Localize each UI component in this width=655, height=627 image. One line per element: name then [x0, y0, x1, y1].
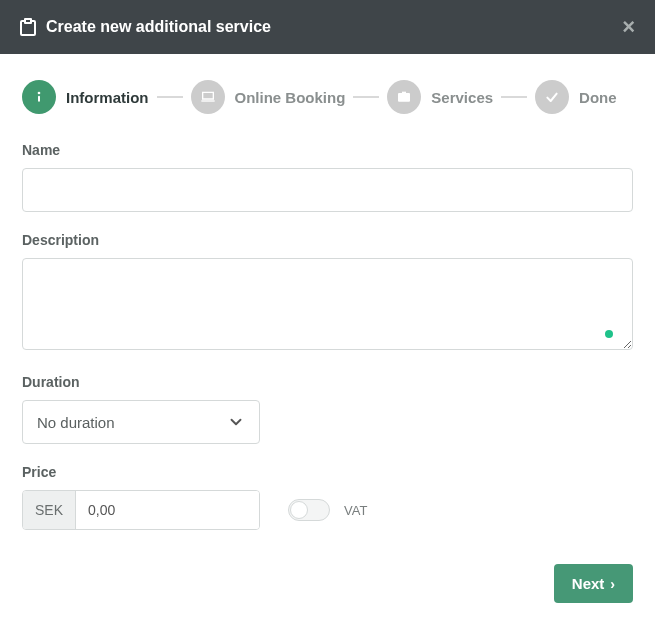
step-label: Online Booking [235, 89, 346, 106]
description-group: Description [22, 232, 633, 354]
chevron-right-icon: › [610, 577, 615, 591]
price-input-group: SEK [22, 490, 260, 530]
step-connector [501, 96, 527, 98]
vat-toggle-wrap: VAT [288, 499, 367, 521]
step-done[interactable]: Done [535, 80, 617, 114]
duration-selected-value: No duration [37, 414, 115, 431]
step-label: Services [431, 89, 493, 106]
chevron-down-icon [227, 413, 245, 431]
price-label: Price [22, 464, 633, 480]
next-button[interactable]: Next › [554, 564, 633, 603]
price-group: Price SEK VAT [22, 464, 633, 530]
step-services[interactable]: Services [387, 80, 493, 114]
step-information[interactable]: Information [22, 80, 149, 114]
name-group: Name [22, 142, 633, 212]
vat-label: VAT [344, 503, 367, 518]
step-online-booking[interactable]: Online Booking [191, 80, 346, 114]
name-input[interactable] [22, 168, 633, 212]
description-input[interactable] [22, 258, 633, 350]
toggle-knob [290, 501, 308, 519]
modal-footer: Next › [22, 564, 633, 603]
currency-addon: SEK [23, 491, 76, 529]
step-label: Information [66, 89, 149, 106]
name-label: Name [22, 142, 633, 158]
info-icon [22, 80, 56, 114]
stepper: Information Online Booking Services Done [22, 80, 633, 114]
description-label: Description [22, 232, 633, 248]
svg-rect-2 [398, 93, 410, 102]
step-connector [157, 96, 183, 98]
duration-group: Duration No duration [22, 374, 633, 444]
modal-body: Information Online Booking Services Done… [0, 54, 655, 625]
modal-header: Create new additional service × [0, 0, 655, 54]
step-connector [353, 96, 379, 98]
close-icon: × [622, 14, 635, 39]
price-input[interactable] [76, 491, 259, 529]
modal-header-left: Create new additional service [20, 18, 271, 36]
close-button[interactable]: × [622, 16, 635, 38]
briefcase-icon [387, 80, 421, 114]
step-label: Done [579, 89, 617, 106]
svg-rect-1 [38, 96, 40, 102]
check-icon [535, 80, 569, 114]
svg-point-0 [38, 92, 41, 95]
next-button-label: Next [572, 575, 605, 592]
vat-toggle[interactable] [288, 499, 330, 521]
laptop-icon [191, 80, 225, 114]
duration-label: Duration [22, 374, 633, 390]
clipboard-icon [20, 18, 36, 36]
modal-title: Create new additional service [46, 18, 271, 36]
duration-select[interactable]: No duration [22, 400, 260, 444]
